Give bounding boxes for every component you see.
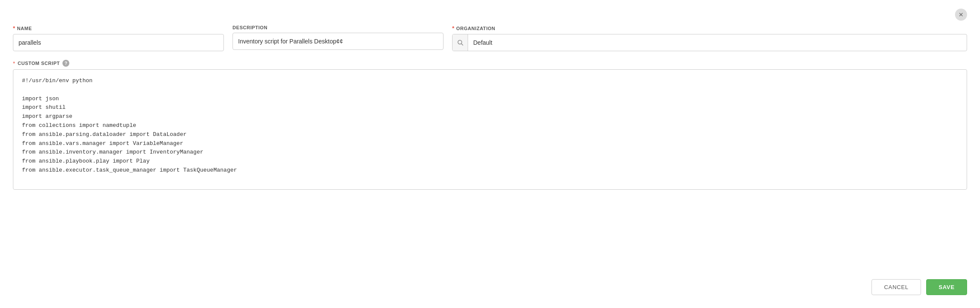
org-required-star: * [452,25,455,31]
script-required-star: * [13,60,15,67]
description-field-group: DESCRIPTION [233,25,443,50]
name-input[interactable] [13,34,224,51]
organization-field-group: * ORGANIZATION [452,25,967,51]
script-label: CUSTOM SCRIPT [18,61,60,66]
description-input[interactable] [233,33,443,50]
cancel-button[interactable]: CANCEL [871,279,921,295]
name-label: * NAME [13,25,224,31]
top-right-area: ✕ [13,9,967,21]
script-label-row: * CUSTOM SCRIPT ? [13,60,967,67]
help-icon[interactable]: ? [62,60,69,67]
svg-line-1 [461,44,463,46]
close-icon: ✕ [958,11,964,18]
organization-input-wrapper [452,34,967,51]
description-label: DESCRIPTION [233,25,443,30]
organization-label: * ORGANIZATION [452,25,967,31]
close-button[interactable]: ✕ [955,9,967,21]
save-button[interactable]: SAVE [926,279,967,295]
name-field-group: * NAME [13,25,224,51]
script-section: * CUSTOM SCRIPT ? #!/usr/bin/env python … [13,60,967,271]
bottom-actions: CANCEL SAVE [13,279,967,295]
page-container: ✕ * NAME DESCRIPTION * ORGANIZATION [0,0,980,308]
script-textarea[interactable]: #!/usr/bin/env python import json import… [13,69,967,190]
top-row: * NAME DESCRIPTION * ORGANIZATION [13,25,967,51]
org-search-icon [453,34,468,51]
name-required-star: * [13,25,16,31]
organization-input[interactable] [468,34,967,51]
